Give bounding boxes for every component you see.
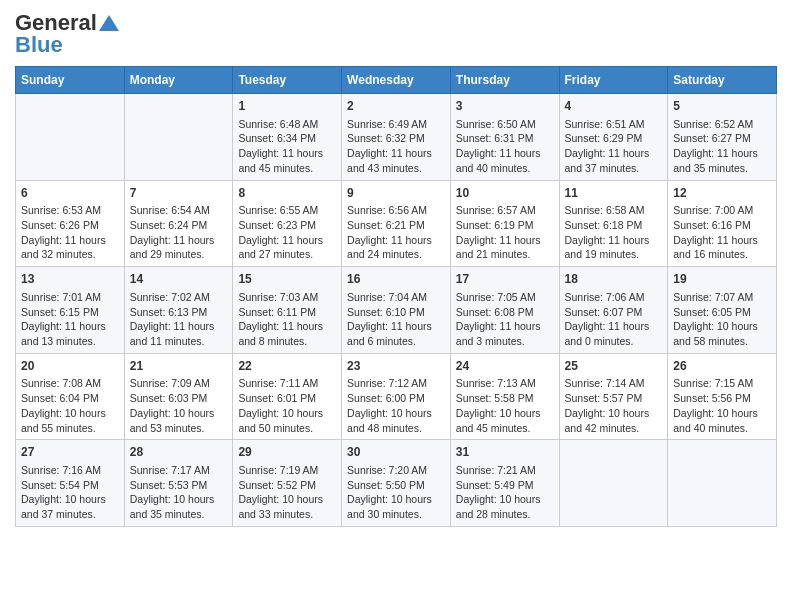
calendar-header-row: SundayMondayTuesdayWednesdayThursdayFrid…: [16, 67, 777, 94]
day-info: Sunrise: 6:58 AM Sunset: 6:18 PM Dayligh…: [565, 203, 663, 262]
day-number: 2: [347, 98, 445, 115]
day-number: 4: [565, 98, 663, 115]
calendar-cell: 6Sunrise: 6:53 AM Sunset: 6:26 PM Daylig…: [16, 180, 125, 267]
calendar-cell: 7Sunrise: 6:54 AM Sunset: 6:24 PM Daylig…: [124, 180, 233, 267]
calendar-cell: [559, 440, 668, 527]
day-number: 17: [456, 271, 554, 288]
day-info: Sunrise: 7:02 AM Sunset: 6:13 PM Dayligh…: [130, 290, 228, 349]
day-info: Sunrise: 7:15 AM Sunset: 5:56 PM Dayligh…: [673, 376, 771, 435]
day-number: 5: [673, 98, 771, 115]
svg-marker-0: [99, 15, 119, 31]
day-number: 30: [347, 444, 445, 461]
day-info: Sunrise: 6:49 AM Sunset: 6:32 PM Dayligh…: [347, 117, 445, 176]
day-info: Sunrise: 7:08 AM Sunset: 6:04 PM Dayligh…: [21, 376, 119, 435]
day-info: Sunrise: 6:48 AM Sunset: 6:34 PM Dayligh…: [238, 117, 336, 176]
day-info: Sunrise: 7:03 AM Sunset: 6:11 PM Dayligh…: [238, 290, 336, 349]
day-number: 15: [238, 271, 336, 288]
day-info: Sunrise: 7:05 AM Sunset: 6:08 PM Dayligh…: [456, 290, 554, 349]
day-info: Sunrise: 6:53 AM Sunset: 6:26 PM Dayligh…: [21, 203, 119, 262]
calendar-cell: 21Sunrise: 7:09 AM Sunset: 6:03 PM Dayli…: [124, 353, 233, 440]
day-number: 18: [565, 271, 663, 288]
calendar-cell: 20Sunrise: 7:08 AM Sunset: 6:04 PM Dayli…: [16, 353, 125, 440]
calendar-header-saturday: Saturday: [668, 67, 777, 94]
day-number: 20: [21, 358, 119, 375]
calendar-cell: 9Sunrise: 6:56 AM Sunset: 6:21 PM Daylig…: [342, 180, 451, 267]
calendar-cell: 18Sunrise: 7:06 AM Sunset: 6:07 PM Dayli…: [559, 267, 668, 354]
calendar-week-row: 20Sunrise: 7:08 AM Sunset: 6:04 PM Dayli…: [16, 353, 777, 440]
day-number: 13: [21, 271, 119, 288]
calendar-cell: 17Sunrise: 7:05 AM Sunset: 6:08 PM Dayli…: [450, 267, 559, 354]
calendar-cell: 22Sunrise: 7:11 AM Sunset: 6:01 PM Dayli…: [233, 353, 342, 440]
calendar-cell: [16, 94, 125, 181]
logo-icon: [99, 15, 119, 31]
calendar-header-sunday: Sunday: [16, 67, 125, 94]
day-number: 6: [21, 185, 119, 202]
calendar-cell: 25Sunrise: 7:14 AM Sunset: 5:57 PM Dayli…: [559, 353, 668, 440]
day-number: 16: [347, 271, 445, 288]
day-number: 3: [456, 98, 554, 115]
day-number: 14: [130, 271, 228, 288]
day-info: Sunrise: 7:04 AM Sunset: 6:10 PM Dayligh…: [347, 290, 445, 349]
day-info: Sunrise: 7:17 AM Sunset: 5:53 PM Dayligh…: [130, 463, 228, 522]
day-info: Sunrise: 7:16 AM Sunset: 5:54 PM Dayligh…: [21, 463, 119, 522]
day-info: Sunrise: 6:57 AM Sunset: 6:19 PM Dayligh…: [456, 203, 554, 262]
day-info: Sunrise: 7:01 AM Sunset: 6:15 PM Dayligh…: [21, 290, 119, 349]
day-number: 9: [347, 185, 445, 202]
calendar-cell: 30Sunrise: 7:20 AM Sunset: 5:50 PM Dayli…: [342, 440, 451, 527]
calendar-week-row: 13Sunrise: 7:01 AM Sunset: 6:15 PM Dayli…: [16, 267, 777, 354]
calendar-cell: 2Sunrise: 6:49 AM Sunset: 6:32 PM Daylig…: [342, 94, 451, 181]
calendar-week-row: 6Sunrise: 6:53 AM Sunset: 6:26 PM Daylig…: [16, 180, 777, 267]
day-number: 26: [673, 358, 771, 375]
day-number: 28: [130, 444, 228, 461]
day-info: Sunrise: 6:56 AM Sunset: 6:21 PM Dayligh…: [347, 203, 445, 262]
day-info: Sunrise: 7:21 AM Sunset: 5:49 PM Dayligh…: [456, 463, 554, 522]
day-number: 23: [347, 358, 445, 375]
calendar-cell: [124, 94, 233, 181]
day-info: Sunrise: 6:51 AM Sunset: 6:29 PM Dayligh…: [565, 117, 663, 176]
calendar-cell: 16Sunrise: 7:04 AM Sunset: 6:10 PM Dayli…: [342, 267, 451, 354]
day-number: 31: [456, 444, 554, 461]
day-number: 10: [456, 185, 554, 202]
calendar-cell: 11Sunrise: 6:58 AM Sunset: 6:18 PM Dayli…: [559, 180, 668, 267]
day-number: 1: [238, 98, 336, 115]
day-info: Sunrise: 7:12 AM Sunset: 6:00 PM Dayligh…: [347, 376, 445, 435]
calendar-cell: 15Sunrise: 7:03 AM Sunset: 6:11 PM Dayli…: [233, 267, 342, 354]
day-info: Sunrise: 6:55 AM Sunset: 6:23 PM Dayligh…: [238, 203, 336, 262]
calendar-header-tuesday: Tuesday: [233, 67, 342, 94]
calendar-week-row: 27Sunrise: 7:16 AM Sunset: 5:54 PM Dayli…: [16, 440, 777, 527]
header: General Blue: [15, 10, 777, 58]
day-info: Sunrise: 7:14 AM Sunset: 5:57 PM Dayligh…: [565, 376, 663, 435]
day-number: 24: [456, 358, 554, 375]
calendar-cell: 13Sunrise: 7:01 AM Sunset: 6:15 PM Dayli…: [16, 267, 125, 354]
day-number: 27: [21, 444, 119, 461]
day-number: 11: [565, 185, 663, 202]
calendar-cell: 19Sunrise: 7:07 AM Sunset: 6:05 PM Dayli…: [668, 267, 777, 354]
day-info: Sunrise: 7:20 AM Sunset: 5:50 PM Dayligh…: [347, 463, 445, 522]
calendar-cell: 14Sunrise: 7:02 AM Sunset: 6:13 PM Dayli…: [124, 267, 233, 354]
day-number: 29: [238, 444, 336, 461]
calendar-cell: [668, 440, 777, 527]
calendar-cell: 26Sunrise: 7:15 AM Sunset: 5:56 PM Dayli…: [668, 353, 777, 440]
calendar-body: 1Sunrise: 6:48 AM Sunset: 6:34 PM Daylig…: [16, 94, 777, 527]
calendar-cell: 10Sunrise: 6:57 AM Sunset: 6:19 PM Dayli…: [450, 180, 559, 267]
logo: General Blue: [15, 10, 119, 58]
calendar-cell: 29Sunrise: 7:19 AM Sunset: 5:52 PM Dayli…: [233, 440, 342, 527]
calendar-table: SundayMondayTuesdayWednesdayThursdayFrid…: [15, 66, 777, 527]
calendar-cell: 28Sunrise: 7:17 AM Sunset: 5:53 PM Dayli…: [124, 440, 233, 527]
calendar-header-wednesday: Wednesday: [342, 67, 451, 94]
calendar-cell: 24Sunrise: 7:13 AM Sunset: 5:58 PM Dayli…: [450, 353, 559, 440]
day-info: Sunrise: 7:09 AM Sunset: 6:03 PM Dayligh…: [130, 376, 228, 435]
day-info: Sunrise: 7:19 AM Sunset: 5:52 PM Dayligh…: [238, 463, 336, 522]
calendar-cell: 23Sunrise: 7:12 AM Sunset: 6:00 PM Dayli…: [342, 353, 451, 440]
calendar-cell: 3Sunrise: 6:50 AM Sunset: 6:31 PM Daylig…: [450, 94, 559, 181]
calendar-cell: 31Sunrise: 7:21 AM Sunset: 5:49 PM Dayli…: [450, 440, 559, 527]
day-number: 25: [565, 358, 663, 375]
calendar-header-friday: Friday: [559, 67, 668, 94]
day-info: Sunrise: 6:50 AM Sunset: 6:31 PM Dayligh…: [456, 117, 554, 176]
day-info: Sunrise: 7:13 AM Sunset: 5:58 PM Dayligh…: [456, 376, 554, 435]
calendar-cell: 12Sunrise: 7:00 AM Sunset: 6:16 PM Dayli…: [668, 180, 777, 267]
day-number: 7: [130, 185, 228, 202]
day-number: 19: [673, 271, 771, 288]
calendar-cell: 4Sunrise: 6:51 AM Sunset: 6:29 PM Daylig…: [559, 94, 668, 181]
day-number: 21: [130, 358, 228, 375]
